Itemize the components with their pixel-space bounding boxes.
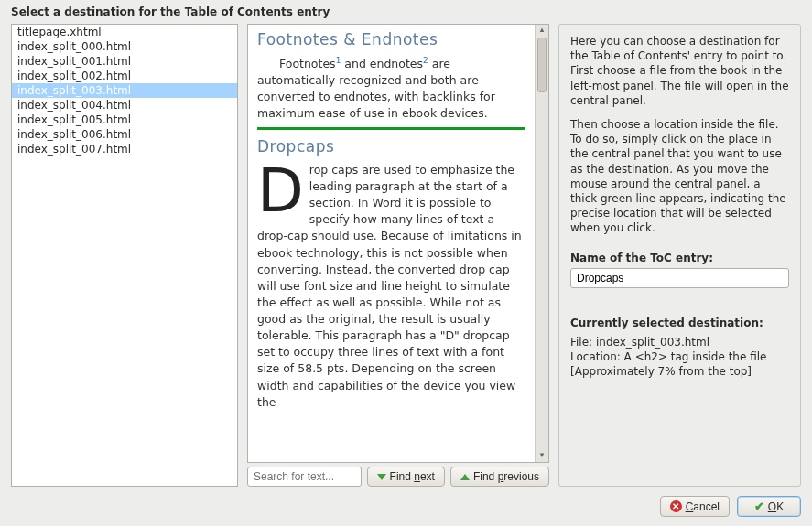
instructions-p1: Here you can choose a destination for th…	[570, 34, 789, 108]
destination-approx: [Approximately 7% from the top]	[570, 364, 789, 379]
chevron-up-icon	[460, 474, 470, 480]
preview-wrap: Footnotes & Endnotes Footnotes1 and endn…	[247, 24, 549, 463]
chevron-down-icon	[377, 474, 386, 480]
file-item[interactable]: index_split_001.html	[12, 54, 237, 69]
center-column: Footnotes & Endnotes Footnotes1 and endn…	[247, 24, 549, 487]
heading-dropcaps: Dropcaps	[257, 135, 525, 158]
dropcap-letter: D	[257, 162, 309, 217]
dropcaps-paragraph: Drop caps are used to emphasize the lead…	[257, 162, 525, 411]
file-list[interactable]: titlepage.xhtmlindex_split_000.htmlindex…	[11, 24, 238, 487]
scroll-thumb[interactable]	[537, 38, 547, 92]
file-item[interactable]: index_split_000.html	[12, 39, 237, 54]
search-input[interactable]	[247, 467, 362, 487]
destination-block: Currently selected destination: File: in…	[570, 308, 789, 379]
destination-label: Currently selected destination:	[570, 316, 789, 330]
file-item[interactable]: index_split_007.html	[12, 142, 237, 156]
file-item[interactable]: index_split_005.html	[12, 113, 237, 127]
main-row: titlepage.xhtmlindex_split_000.htmlindex…	[11, 24, 801, 487]
scroll-up-arrow[interactable]: ▴	[536, 25, 548, 37]
preview-scrollbar[interactable]: ▴ ▾	[535, 25, 548, 462]
cancel-icon: ✕	[670, 500, 682, 512]
info-panel: Here you can choose a destination for th…	[558, 24, 801, 487]
file-item[interactable]: titlepage.xhtml	[12, 25, 237, 39]
destination-location: Location: A <h2> tag inside the file	[570, 349, 789, 364]
cancel-button[interactable]: ✕ Cancel	[660, 496, 730, 517]
find-next-button[interactable]: Find next	[367, 467, 445, 487]
file-item[interactable]: index_split_004.html	[12, 98, 237, 113]
selection-marker-line	[257, 127, 525, 130]
toc-name-label: Name of the ToC entry:	[570, 252, 789, 264]
instructions-p2: Then choose a location inside the file. …	[570, 117, 789, 236]
find-previous-button[interactable]: Find previous	[450, 467, 549, 487]
dialog-footer: ✕ Cancel ✔ OK	[11, 487, 801, 517]
file-item[interactable]: index_split_002.html	[12, 69, 237, 83]
search-row: Find next Find previous	[247, 467, 549, 487]
ok-icon: ✔	[754, 499, 764, 513]
destination-file: File: index_split_003.html	[570, 335, 789, 349]
scroll-down-arrow[interactable]: ▾	[536, 450, 548, 462]
heading-footnotes: Footnotes & Endnotes	[257, 28, 525, 51]
file-item[interactable]: index_split_003.html	[12, 83, 237, 98]
dialog-title: Select a destination for the Table of Co…	[11, 5, 801, 18]
ok-button[interactable]: ✔ OK	[737, 496, 801, 517]
file-item[interactable]: index_split_006.html	[12, 127, 237, 142]
preview-panel[interactable]: Footnotes & Endnotes Footnotes1 and endn…	[248, 25, 535, 462]
footnotes-paragraph: Footnotes1 and endnotes2 are automatical…	[257, 55, 525, 123]
toc-name-input[interactable]	[570, 268, 789, 288]
